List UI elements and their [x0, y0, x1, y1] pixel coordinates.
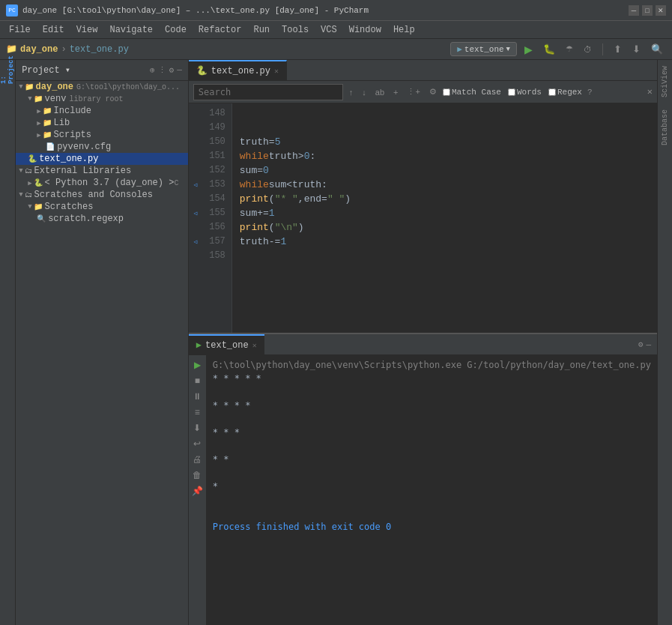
tree-item-text-one[interactable]: 🐍 text_one.py: [16, 153, 188, 165]
match-case-label[interactable]: Match Case: [443, 88, 501, 97]
code-content[interactable]: truth = 5 while truth >0: sum = 0 while …: [232, 103, 657, 333]
tree-item-day-one[interactable]: ▼ 📁 day_one G:\tool\python\day_o...: [16, 81, 188, 93]
menu-refactor[interactable]: Refactor: [193, 23, 248, 37]
search-prev-button[interactable]: ↑: [346, 86, 357, 98]
tree-item-scratches-consoles[interactable]: ▼ 🗂 Scratches and Consoles: [16, 189, 188, 201]
right-strip-sciview[interactable]: SciView: [659, 60, 671, 103]
tree-item-lib[interactable]: ▶ 📁 Lib: [16, 117, 188, 129]
words-checkbox[interactable]: [508, 88, 515, 96]
tree-item-venv[interactable]: ▼ 📁 venv library root: [16, 93, 188, 105]
expand-scratches[interactable]: ▼: [28, 203, 31, 211]
search-multiline-button[interactable]: ⋮+: [404, 85, 423, 98]
menu-vcs[interactable]: VCS: [315, 23, 343, 37]
run-config-icon: ▶: [457, 44, 462, 54]
right-strip-database[interactable]: Database: [659, 103, 671, 151]
dump-threads-button[interactable]: ≡: [190, 405, 204, 419]
tree-sublabel-day-one: G:\tool\python\day_o...: [76, 83, 180, 91]
tab-file-icon: 🐍: [196, 65, 208, 76]
tree-item-scratches[interactable]: ▼ 📁 Scratches: [16, 201, 188, 213]
menu-help[interactable]: Help: [387, 23, 421, 37]
sidebar-new-icon[interactable]: ⊕: [150, 65, 155, 75]
expand-ext-libs[interactable]: ▼: [19, 167, 22, 175]
match-case-checkbox[interactable]: [443, 88, 450, 96]
search-bar: ↑ ↓ ab + ⋮+ ⚙ Match Case Words: [189, 81, 657, 103]
scroll-end-button[interactable]: ⬇: [190, 421, 204, 435]
sidebar-gear-icon[interactable]: ⚙: [169, 65, 175, 75]
menu-run[interactable]: Run: [247, 23, 276, 37]
search-everywhere-button[interactable]: 🔍: [648, 42, 666, 56]
search-close-button[interactable]: ✕: [647, 86, 653, 97]
words-text: Words: [517, 88, 542, 97]
run-minimize-icon[interactable]: —: [646, 340, 651, 349]
run-button[interactable]: ▶: [521, 42, 536, 57]
expand-python37[interactable]: ▶: [28, 179, 31, 187]
gutter-157: ◁: [189, 235, 202, 249]
expand-scratches-consoles[interactable]: ▼: [19, 191, 22, 199]
coverage-button[interactable]: ☂: [563, 43, 576, 55]
project-strip-icon[interactable]: 1: Project: [1, 63, 14, 76]
code-line-157: truth -= 1: [240, 235, 657, 249]
search-input[interactable]: [193, 84, 343, 100]
minimize-button[interactable]: ─: [629, 5, 639, 16]
expand-scripts[interactable]: ▶: [37, 131, 40, 139]
bottom-tab-bar: ▶ text_one ✕ ⚙ —: [189, 334, 657, 355]
line-num-148: 148: [202, 106, 225, 121]
gutter-155: ◁: [189, 206, 202, 220]
menu-navigate[interactable]: Navigate: [103, 23, 159, 37]
debug-button[interactable]: 🐛: [540, 42, 558, 56]
run-config-selector[interactable]: ▶ text_one ▼: [450, 42, 517, 56]
tree-item-ext-libs[interactable]: ▼ 🗂 External Libraries: [16, 165, 188, 177]
left-strip: 1: Project: [0, 60, 16, 625]
regex-label[interactable]: Regex: [548, 88, 582, 97]
search-filter-button[interactable]: ⚙: [426, 85, 440, 98]
tree-item-include[interactable]: ▶ 📁 Include: [16, 105, 188, 117]
vcs-update-button[interactable]: ⬆: [611, 42, 625, 56]
search-help-icon[interactable]: ?: [587, 88, 593, 97]
tree-item-pyvenv[interactable]: 📄 pyvenv.cfg: [16, 141, 188, 153]
sidebar-close-icon[interactable]: —: [177, 65, 182, 75]
tab-close-button[interactable]: ✕: [274, 67, 279, 76]
folder-icon-scripts: 📁: [43, 130, 52, 139]
rerun-button[interactable]: ▶: [190, 358, 204, 372]
print-button[interactable]: 🖨: [190, 453, 204, 466]
bottom-tab-run-close[interactable]: ✕: [252, 341, 257, 350]
tree-item-python37[interactable]: ▶ 🐍 < Python 3.7 (day_one) > C: [16, 177, 188, 189]
pause-button[interactable]: ⏸: [190, 390, 204, 403]
gutter-153: ◁: [189, 178, 202, 192]
expand-lib[interactable]: ▶: [37, 119, 40, 127]
tree-label-lib: Lib: [54, 118, 70, 128]
menu-view[interactable]: View: [70, 23, 104, 37]
folder-icon-python37: 🐍: [34, 178, 43, 187]
menu-window[interactable]: Window: [343, 23, 387, 37]
vcs-commit-button[interactable]: ⬇: [629, 42, 644, 56]
menu-tools[interactable]: Tools: [276, 23, 315, 37]
search-next-button[interactable]: ↓: [359, 86, 369, 98]
expand-venv[interactable]: ▼: [28, 95, 31, 103]
tree-item-scratch-regexp[interactable]: 🔍 scratch.regexp: [16, 213, 188, 225]
editor-tab-bar: 🐍 text_one.py ✕: [189, 60, 657, 81]
tab-text-one[interactable]: 🐍 text_one.py ✕: [189, 60, 287, 80]
words-label[interactable]: Words: [508, 88, 542, 97]
maximize-button[interactable]: □: [642, 5, 653, 16]
expand-include[interactable]: ▶: [37, 107, 40, 115]
right-strip: SciView Database: [657, 60, 672, 625]
menu-file[interactable]: File: [3, 23, 37, 37]
pin-button[interactable]: 📌: [190, 484, 204, 498]
run-config-dropdown-icon: ▼: [506, 46, 510, 53]
sidebar-scroll-icon[interactable]: ⋮: [158, 65, 166, 75]
soft-wrap-button[interactable]: ↩: [190, 437, 204, 450]
expand-day-one[interactable]: ▼: [19, 83, 22, 91]
clear-button[interactable]: 🗑: [190, 468, 204, 482]
tree-item-scripts[interactable]: ▶ 📁 Scripts: [16, 129, 188, 141]
code-line-153: while sum < truth:: [240, 178, 657, 192]
menu-code[interactable]: Code: [159, 23, 193, 37]
search-replace-button[interactable]: +: [390, 86, 401, 98]
bottom-tab-run[interactable]: ▶ text_one ✕: [189, 334, 264, 354]
stop-button[interactable]: ■: [190, 374, 204, 387]
run-settings-icon[interactable]: ⚙: [638, 339, 644, 349]
regex-checkbox[interactable]: [548, 88, 556, 96]
close-button[interactable]: ✕: [656, 5, 666, 16]
menu-edit[interactable]: Edit: [37, 23, 70, 37]
search-word-button[interactable]: ab: [372, 86, 387, 98]
profile-button[interactable]: ⏱: [581, 43, 595, 55]
